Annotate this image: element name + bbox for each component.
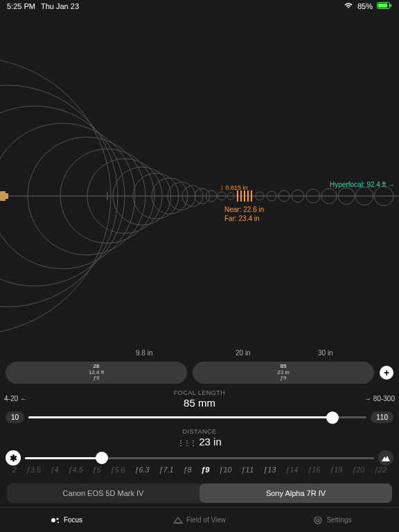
focal-value: 85 mm — [6, 397, 393, 409]
tab-fov[interactable]: Field of View — [133, 508, 266, 532]
focal-max[interactable]: 110 — [371, 411, 393, 423]
mountain-icon[interactable] — [378, 450, 393, 466]
aperture-scale[interactable]: 2ƒ3.5ƒ4ƒ4.5ƒ5ƒ5.6ƒ6.3ƒ7.1ƒ8ƒ9ƒ10ƒ11ƒ13ƒ1… — [0, 466, 399, 474]
distance-slider[interactable] — [25, 457, 374, 459]
aperture-stop[interactable]: ƒ7.1 — [159, 466, 173, 474]
battery-pct: 85% — [357, 2, 373, 10]
grid-icon: ⋮⋮⋮ — [177, 439, 196, 447]
battery-icon — [377, 2, 392, 10]
hyperfocal-label: Hyperfocal: 92.4 ft → — [330, 181, 395, 188]
aperture-stop[interactable]: ƒ3.5 — [26, 466, 40, 474]
focus-icon — [51, 515, 60, 525]
aperture-stop[interactable]: ƒ20 — [352, 466, 364, 474]
status-bar: 5:25 PM Thu Jan 23 85% — [0, 0, 399, 12]
status-date: Thu Jan 23 — [41, 2, 79, 10]
tick-c: 30 in — [318, 349, 333, 357]
svg-rect-35 — [6, 193, 8, 199]
distance-title: DISTANCE — [6, 428, 393, 435]
dof-total: ⫶ 0.815 in — [220, 184, 248, 193]
add-preset-button[interactable]: + — [380, 366, 393, 380]
dof-far: Far: 23.4 in — [224, 214, 264, 223]
focal-slider-thumb[interactable] — [326, 411, 339, 424]
preset-ap: ƒ9 — [94, 375, 100, 382]
aperture-stop[interactable]: ƒ22 — [374, 466, 387, 474]
aperture-stop[interactable]: ƒ5.6 — [110, 466, 125, 474]
tab-label: Field of View — [186, 516, 226, 524]
aperture-stop[interactable]: ƒ8 — [183, 466, 191, 474]
tab-settings[interactable]: Settings — [266, 508, 399, 532]
preset-2[interactable]: 85 23 in ƒ9 — [193, 362, 374, 384]
svg-point-42 — [317, 519, 319, 522]
svg-rect-1 — [378, 3, 387, 8]
preset-row: 28 12.4 ft ƒ9 85 23 in ƒ9 + — [0, 362, 399, 384]
aperture-stop[interactable]: ƒ9 — [201, 466, 209, 474]
aperture-stop[interactable]: ƒ4 — [50, 466, 58, 474]
focal-length-control: FOCAL LENGTH 85 mm 10 110 — [0, 389, 399, 423]
dof-near: Near: 22.6 in — [224, 205, 264, 214]
dof-near-far: Near: 22.6 in Far: 23.4 in — [224, 205, 264, 223]
aperture-stop[interactable]: ƒ16 — [308, 466, 320, 474]
svg-point-38 — [56, 517, 58, 520]
aperture-stop[interactable]: 2 — [12, 466, 17, 474]
camera-option-a[interactable]: Canon EOS 5D Mark IV — [7, 484, 200, 503]
distance-value: ⋮⋮⋮23 in — [6, 436, 393, 447]
preset-ap: ƒ9 — [281, 375, 287, 382]
svg-point-37 — [51, 518, 55, 522]
camera-option-b[interactable]: Sony Alpha 7R IV — [200, 484, 392, 503]
svg-rect-34 — [0, 191, 6, 201]
aperture-icon[interactable]: ✱ — [6, 450, 21, 466]
wifi-icon — [344, 2, 353, 10]
preset-1[interactable]: 28 12.4 ft ƒ9 — [6, 362, 187, 384]
gear-icon — [313, 515, 323, 525]
aperture-stop[interactable]: ƒ10 — [219, 466, 231, 474]
aperture-stop[interactable]: ƒ11 — [241, 466, 254, 474]
aperture-stop[interactable]: ƒ14 — [285, 466, 298, 474]
distance-control: DISTANCE ⋮⋮⋮23 in ✱ — [0, 428, 399, 466]
tick-a: 9.8 in — [136, 349, 152, 357]
aperture-stop[interactable]: ƒ4.5 — [68, 466, 82, 474]
tick-b: 20 in — [236, 349, 251, 357]
svg-point-41 — [314, 517, 321, 524]
focal-min[interactable]: 10 — [6, 411, 24, 423]
aperture-stop[interactable]: ƒ5 — [92, 466, 100, 474]
svg-rect-2 — [391, 4, 392, 7]
distance-slider-thumb[interactable] — [96, 452, 108, 464]
tab-label: Focus — [64, 516, 82, 524]
camera-toggle: Canon EOS 5D Mark IV Sony Alpha 7R IV — [7, 484, 392, 503]
tab-label: Settings — [326, 516, 351, 524]
focal-title: FOCAL LENGTH — [6, 389, 393, 396]
aperture-stop[interactable]: ƒ13 — [263, 466, 276, 474]
aperture-stop[interactable]: ƒ6.3 — [134, 466, 149, 474]
svg-point-39 — [57, 522, 59, 523]
tab-bar: Focus Field of View Settings — [0, 507, 399, 532]
tab-focus[interactable]: Focus — [0, 508, 133, 532]
aperture-stop[interactable]: ƒ18 — [330, 466, 342, 474]
dof-visualization[interactable]: Hyperfocal: 92.4 ft → ⫶ 0.815 in Near: 2… — [0, 12, 399, 345]
status-time: 5:25 PM — [7, 2, 35, 10]
focal-slider[interactable] — [28, 416, 366, 418]
fov-icon — [173, 515, 183, 525]
